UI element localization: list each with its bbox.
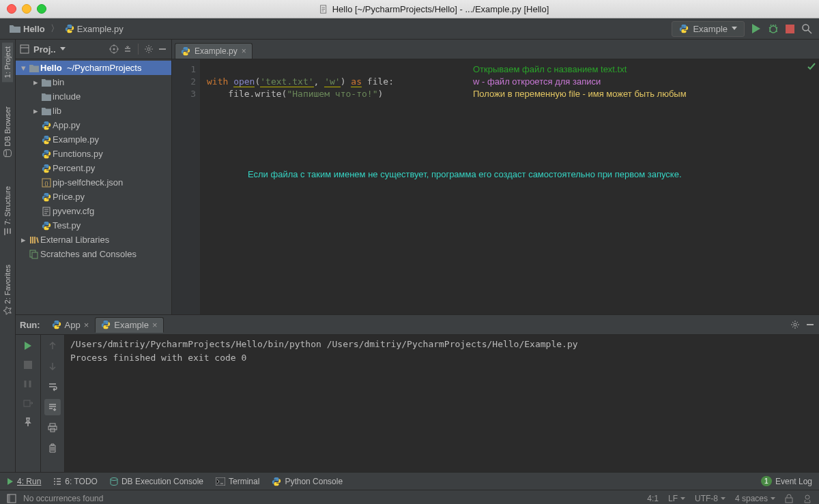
stop-button[interactable] [786, 25, 794, 33]
project-tool-window: Proj.. ▾ Hello ~/PycharmProjects [16, 40, 172, 314]
tree-node-file[interactable]: Price.py [16, 190, 171, 204]
indent-config[interactable]: 4 spaces [735, 494, 775, 503]
editor-tab[interactable]: Example.py × [175, 43, 253, 59]
editor-area: Example.py × 1 2 3 with open('text.txt',… [172, 40, 819, 314]
project-view-icon [20, 44, 29, 54]
editor-body[interactable]: 1 2 3 with open('text.txt', 'w') as file… [172, 59, 819, 314]
python-file-icon [40, 164, 53, 173]
status-message: No occurrences found [23, 494, 103, 503]
expand-icon[interactable]: ▸ [18, 235, 28, 245]
toolbutton-python-console[interactable]: Python Console [272, 477, 343, 486]
toolwindow-tab-favorites[interactable]: 2: Favorites [2, 261, 13, 318]
console-output[interactable]: /Users/dmitriy/PycharmProjects/Hello/bin… [65, 335, 819, 472]
file-doc-icon [319, 5, 328, 14]
database-icon [110, 477, 118, 486]
clear-button[interactable] [44, 440, 61, 456]
close-icon[interactable]: × [242, 46, 246, 56]
breadcrumb-file[interactable]: Example.py [62, 23, 126, 35]
target-icon[interactable] [109, 44, 119, 54]
toolwindow-tab-structure[interactable]: 7: Structure [2, 182, 13, 240]
toolbutton-event-log[interactable]: 1 Event Log [761, 476, 812, 486]
run-button[interactable] [751, 23, 761, 34]
tree-node-file[interactable]: Percent.py [16, 161, 171, 175]
tree-node-scratches[interactable]: Scratches and Consoles [16, 247, 171, 261]
lock-icon[interactable] [785, 494, 793, 503]
toolbutton-db-console[interactable]: DB Execution Console [110, 477, 203, 486]
tree-node-libraries[interactable]: ▸ External Libraries [16, 233, 171, 247]
console-action-toolbar [41, 335, 65, 472]
folder-icon [28, 64, 40, 72]
python-file-icon [40, 121, 53, 130]
svg-point-8 [147, 48, 150, 50]
folder-icon [10, 24, 20, 33]
file-encoding[interactable]: UTF-8 [695, 494, 725, 503]
breadcrumb-project[interactable]: Hello [7, 23, 48, 35]
hide-panel-icon[interactable] [158, 44, 167, 54]
tree-node-file[interactable]: Test.py [16, 218, 171, 233]
toolwindow-tab-project[interactable]: 1: Project [2, 42, 13, 82]
close-icon[interactable]: × [152, 320, 158, 330]
collapse-all-icon[interactable] [123, 44, 132, 54]
close-window-button[interactable] [7, 4, 16, 14]
line-separator[interactable]: LF [668, 494, 685, 503]
debug-button[interactable] [768, 23, 779, 34]
memory-indicator-icon[interactable] [803, 494, 812, 503]
search-everywhere-button[interactable] [801, 23, 812, 34]
scroll-to-end-button[interactable] [44, 399, 61, 415]
code-text[interactable]: with open('text.txt', 'w') as file: file… [200, 59, 819, 314]
navigation-bar: Hello 〉 Example.py Example [0, 18, 819, 40]
soft-wrap-button[interactable] [44, 379, 61, 395]
tree-node-file[interactable]: Functions.py [16, 147, 171, 161]
chevron-down-icon[interactable] [60, 47, 66, 51]
pin-button[interactable] [20, 414, 36, 430]
caret-position[interactable]: 4:1 [647, 494, 659, 503]
tree-node-folder[interactable]: ▸ bin [16, 75, 171, 89]
run-tabs-bar: Run: App × Example × [16, 315, 819, 335]
chevron-down-icon [680, 497, 685, 501]
print-button[interactable] [44, 419, 61, 436]
tree-node-file[interactable]: App.py [16, 118, 171, 132]
toolwindows-toggle-icon[interactable] [7, 494, 16, 503]
toolbutton-terminal[interactable]: Terminal [216, 477, 259, 486]
python-file-icon [40, 192, 53, 202]
code-annotation: Открываем файл с названием text.txt [473, 63, 627, 76]
tree-node-project-root[interactable]: ▾ Hello ~/PycharmProjects [16, 61, 171, 75]
toolbutton-todo[interactable]: 6: TODO [53, 477, 98, 486]
pause-button[interactable] [20, 376, 36, 392]
bottom-tool-strip: 4: Run 6: TODO DB Execution Console Term… [0, 472, 819, 490]
python-file-icon [65, 24, 74, 33]
scroll-down-button[interactable] [44, 358, 61, 374]
stop-button[interactable] [20, 357, 36, 373]
scroll-up-button[interactable] [44, 338, 61, 354]
svg-point-25 [805, 495, 809, 499]
zoom-window-button[interactable] [37, 4, 46, 14]
expand-icon[interactable]: ▾ [18, 63, 28, 73]
close-icon[interactable]: × [84, 320, 89, 330]
gear-icon[interactable] [144, 44, 154, 54]
toolwindow-tab-db-browser[interactable]: DB Browser [2, 102, 13, 162]
rerun-button[interactable] [20, 338, 36, 354]
chevron-down-icon [771, 497, 775, 501]
hide-panel-icon[interactable] [805, 320, 815, 329]
project-tree[interactable]: ▾ Hello ~/PycharmProjects ▸ bin include [16, 59, 171, 314]
code-annotation: Если файла с таким именем не существует,… [248, 168, 682, 181]
expand-icon[interactable]: ▸ [31, 106, 40, 116]
run-tab-app[interactable]: App × [46, 317, 96, 333]
toolbutton-run[interactable]: 4: Run [7, 477, 41, 486]
run-configuration-selector[interactable]: Example [672, 21, 745, 37]
expand-icon[interactable]: ▸ [31, 77, 40, 87]
run-label: Run: [20, 320, 40, 330]
run-tab-example[interactable]: Example × [95, 317, 163, 333]
minimize-window-button[interactable] [22, 4, 31, 14]
tree-node-file[interactable]: Example.py [16, 132, 171, 147]
exit-button[interactable] [20, 395, 36, 411]
tree-node-file[interactable]: pyvenv.cfg [16, 204, 171, 218]
folder-icon [40, 78, 53, 87]
svg-rect-13 [32, 252, 38, 258]
tree-node-folder[interactable]: include [16, 89, 171, 104]
tree-node-file[interactable]: {}pip-selfcheck.json [16, 175, 171, 190]
library-icon [28, 235, 40, 245]
window-title: Hello [~/PycharmProjects/Hello] - .../Ex… [56, 4, 812, 14]
tree-node-folder[interactable]: ▸ lib [16, 104, 171, 118]
gear-icon[interactable] [790, 320, 800, 329]
